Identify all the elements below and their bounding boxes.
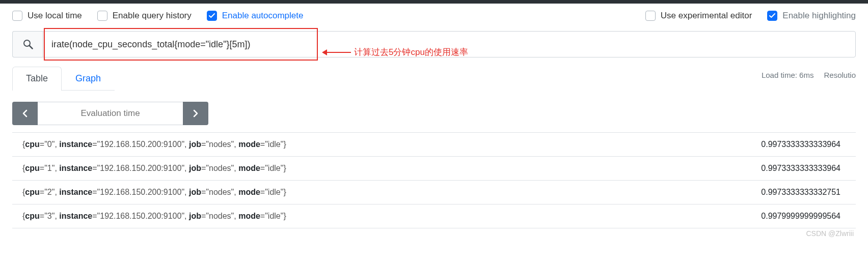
result-row[interactable]: {cpu="2", instance="192.168.150.200:9100… — [12, 181, 856, 204]
svg-line-1 — [30, 46, 33, 49]
chevron-left-icon — [22, 109, 28, 118]
query-row: 计算过去5分钟cpu的使用速率 — [0, 31, 868, 57]
checkbox-box — [207, 11, 217, 21]
checkbox-box — [12, 11, 22, 21]
result-row[interactable]: {cpu="0", instance="192.168.150.200:9100… — [12, 132, 856, 157]
metric-value: 0.9973333333332751 — [761, 188, 846, 197]
eval-time-prev-button[interactable] — [12, 102, 38, 125]
metric-value: 0.9973333333333964 — [761, 140, 846, 149]
load-time-label: Load time: 6ms — [762, 71, 814, 79]
checkbox-box — [645, 11, 656, 21]
resolution-label: Resolutio — [824, 71, 856, 79]
evaluation-time-input[interactable] — [38, 102, 183, 125]
result-row[interactable]: {cpu="1", instance="192.168.150.200:9100… — [12, 157, 856, 181]
query-stats: Load time: 6ms Resolutio — [762, 71, 856, 79]
checkbox-label: Enable autocomplete — [222, 11, 304, 21]
metric-labels: {cpu="0", instance="192.168.150.200:9100… — [22, 140, 286, 149]
chevron-right-icon — [193, 109, 199, 118]
checkbox-label: Use local time — [28, 11, 82, 21]
metric-labels: {cpu="1", instance="192.168.150.200:9100… — [22, 164, 286, 173]
metric-value: 0.9979999999999564 — [761, 212, 846, 221]
result-row[interactable]: {cpu="3", instance="192.168.150.200:9100… — [12, 204, 856, 228]
options-row: Use local time Enable query history Enab… — [0, 4, 868, 26]
checkbox-query-history[interactable]: Enable query history — [97, 11, 192, 21]
watermark-text: CSDN @Zlwriii — [0, 228, 868, 238]
tab-table[interactable]: Table — [12, 67, 62, 91]
search-icon — [23, 39, 33, 49]
checkbox-label: Use experimental editor — [661, 11, 752, 21]
metric-labels: {cpu="3", instance="192.168.150.200:9100… — [22, 212, 286, 221]
eval-time-next-button[interactable] — [183, 102, 208, 125]
checkbox-box — [97, 11, 107, 21]
metric-value: 0.9973333333333964 — [761, 164, 846, 173]
checkbox-box — [767, 11, 777, 21]
checkbox-label: Enable highlighting — [782, 11, 856, 21]
top-dark-bar — [0, 0, 868, 4]
metric-labels: {cpu="2", instance="192.168.150.200:9100… — [22, 188, 286, 197]
execute-query-button[interactable] — [12, 31, 43, 57]
checkbox-highlighting[interactable]: Enable highlighting — [767, 11, 856, 21]
query-expression-input[interactable] — [43, 31, 856, 57]
tabs-row: Table Graph Load time: 6ms Resolutio — [0, 67, 868, 91]
checkbox-autocomplete[interactable]: Enable autocomplete — [207, 11, 304, 21]
tab-graph[interactable]: Graph — [62, 67, 115, 90]
results-table: {cpu="0", instance="192.168.150.200:9100… — [0, 132, 868, 228]
checkbox-label: Enable query history — [113, 11, 192, 21]
checkbox-local-time[interactable]: Use local time — [12, 11, 82, 21]
evaluation-time-row — [0, 102, 868, 125]
checkbox-experimental-editor[interactable]: Use experimental editor — [645, 11, 752, 21]
